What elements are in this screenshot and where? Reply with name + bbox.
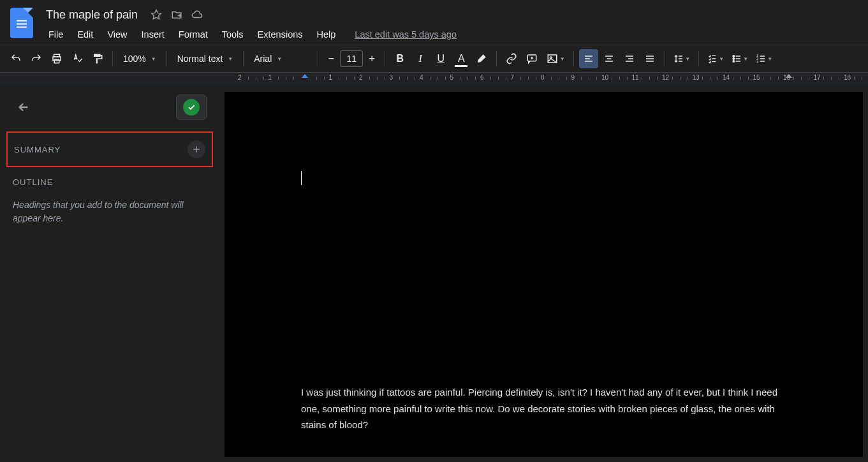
ruler-number: 8 [541,74,545,81]
font-size-input[interactable] [340,50,363,67]
document-title[interactable]: The maple of pain [42,7,142,23]
line-spacing-button[interactable]: ▼ [670,49,693,68]
menu-bar: File Edit View Insert Format Tools Exten… [42,24,858,45]
ruler-number: 7 [511,74,515,81]
add-summary-button[interactable] [188,140,205,158]
toolbar: 100%▼ Normal text▼ Arial▼ − + B I U A ▼ … [0,45,868,73]
underline-button[interactable]: U [431,49,450,68]
cloud-status-icon[interactable] [191,9,203,20]
ruler-number: 13 [693,74,700,81]
bullet-list-button[interactable]: ▼ [728,49,751,68]
outline-sidebar: SUMMARY OUTLINE Headings that you add to… [0,84,219,457]
ruler-number: 1 [329,74,333,81]
ruler-number: 3 [390,74,394,81]
ruler-number: 2 [359,74,363,81]
zoom-dropdown[interactable]: 100%▼ [118,49,161,68]
style-dropdown[interactable]: Normal text▼ [172,49,239,68]
summary-label: SUMMARY [14,145,61,154]
menu-edit[interactable]: Edit [71,27,99,42]
print-button[interactable] [47,49,66,68]
align-center-button[interactable] [600,49,619,68]
ruler-number: 6 [480,74,484,81]
menu-insert[interactable]: Insert [135,27,171,42]
paint-format-button[interactable] [88,49,107,68]
check-icon [183,99,200,116]
svg-point-9 [733,61,735,63]
menu-format[interactable]: Format [172,27,214,42]
last-edit-link[interactable]: Last edit was 5 days ago [355,29,457,40]
comment-button[interactable] [522,49,541,68]
ruler-number: 2 [238,74,242,81]
suggestions-toggle[interactable] [176,94,207,120]
sidebar-back-button[interactable] [13,96,34,118]
ruler-number: 5 [450,74,454,81]
ruler-number: 12 [662,74,669,81]
checklist-button[interactable]: ▼ [704,49,727,68]
left-indent-marker[interactable] [302,74,308,78]
outline-label: OUTLINE [13,177,207,187]
menu-view[interactable]: View [101,27,133,42]
spellcheck-button[interactable] [68,49,87,68]
ruler-number: 16 [783,74,790,81]
docs-logo-icon[interactable] [10,8,33,38]
ruler[interactable]: 21123456789101112131415161718 [0,73,868,84]
svg-marker-0 [152,10,161,19]
undo-button[interactable] [6,49,26,68]
menu-tools[interactable]: Tools [216,27,250,42]
menu-file[interactable]: File [42,27,70,42]
document-area: I was just thinking if tattoos are painf… [219,84,868,457]
ruler-number: 1 [268,74,272,81]
svg-point-7 [733,56,735,57]
font-size-increase[interactable]: + [364,50,379,67]
svg-point-8 [733,58,735,60]
ruler-number: 4 [420,74,423,81]
bold-button[interactable]: B [390,49,409,68]
menu-help[interactable]: Help [311,27,342,42]
image-button[interactable]: ▼ [543,49,568,68]
header: The maple of pain File Edit View Insert … [0,0,868,45]
document-body-text[interactable]: I was just thinking if tattoos are painf… [301,384,786,433]
outline-hint: Headings that you add to the document wi… [13,198,207,225]
page[interactable]: I was just thinking if tattoos are painf… [224,92,863,457]
link-button[interactable] [502,49,521,68]
redo-button[interactable] [27,49,46,68]
ruler-number: 14 [723,74,730,81]
align-left-button[interactable] [579,49,598,68]
ruler-number: 10 [601,74,608,81]
align-justify-button[interactable] [640,49,659,68]
star-icon[interactable] [151,9,162,20]
text-color-button[interactable]: A [452,49,471,68]
align-right-button[interactable] [620,49,639,68]
ruler-number: 11 [632,74,639,81]
menu-extensions[interactable]: Extensions [251,27,309,42]
ruler-number: 18 [844,74,851,81]
numbered-list-button[interactable]: 123▼ [753,49,776,68]
ruler-number: 17 [814,74,821,81]
ruler-number: 15 [753,74,760,81]
move-icon[interactable] [171,9,182,20]
font-size-decrease[interactable]: − [323,50,339,67]
text-cursor [301,171,302,185]
italic-button[interactable]: I [411,49,430,68]
svg-text:3: 3 [757,61,759,64]
summary-section-highlighted: SUMMARY [6,131,213,167]
ruler-number: 9 [571,74,575,81]
font-dropdown[interactable]: Arial▼ [249,49,313,68]
highlight-button[interactable] [472,49,491,68]
